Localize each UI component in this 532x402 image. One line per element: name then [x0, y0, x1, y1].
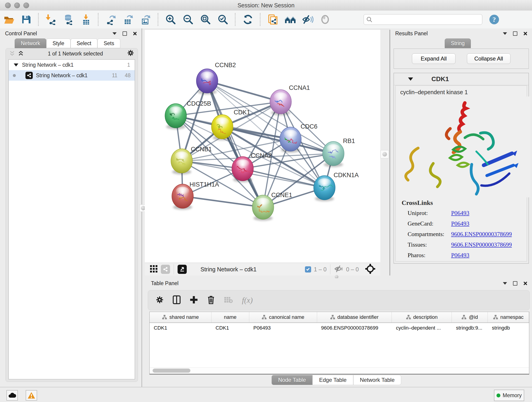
column-header--id[interactable]: @id: [452, 312, 488, 322]
table-cell[interactable]: cyclin–dependent ...: [392, 325, 452, 331]
right-splitter[interactable]: [380, 30, 390, 275]
gear-icon[interactable]: [127, 50, 134, 58]
panel-float-icon[interactable]: [123, 32, 127, 36]
eye-slash-icon: [302, 14, 313, 25]
table-cell[interactable]: P06493: [249, 325, 317, 331]
node-label-CCNB2: CCNB2: [215, 62, 236, 69]
network-node-CDC6[interactable]: [280, 127, 301, 153]
cloud-status-button[interactable]: [6, 390, 18, 401]
collapse-all-icon[interactable]: [9, 51, 15, 57]
network-node-CCNE1[interactable]: [252, 195, 274, 221]
birdseye-grid-icon[interactable]: [150, 265, 158, 274]
panel-float-icon[interactable]: [513, 32, 517, 36]
network-node-RB1[interactable]: [323, 141, 344, 167]
column-header-canonical-name[interactable]: canonical name: [249, 312, 317, 322]
right-splitter-grip[interactable]: [380, 150, 389, 158]
save-session-button[interactable]: [17, 12, 35, 27]
help-button[interactable]: ?: [486, 12, 503, 27]
export-table-button[interactable]: [120, 12, 137, 27]
window-title: Session: New Session: [0, 2, 532, 9]
uniprot-link[interactable]: P06493: [451, 210, 469, 216]
delete-column-trash-icon[interactable]: [207, 295, 215, 305]
table-cell[interactable]: CDK1: [211, 325, 249, 331]
panel-close-icon[interactable]: [523, 281, 527, 285]
tab-edge-table[interactable]: Edge Table: [312, 375, 353, 385]
tab-string[interactable]: String: [445, 38, 471, 48]
column-header-name[interactable]: name: [211, 312, 249, 322]
table-cell[interactable]: stringdb:9...: [452, 325, 488, 331]
share-document-button[interactable]: [264, 12, 282, 27]
search-input[interactable]: [373, 16, 480, 23]
column-header-database-identifier[interactable]: database identifier: [317, 312, 392, 322]
network-node-CCNB1[interactable]: [171, 149, 192, 174]
open-session-button[interactable]: [0, 12, 17, 27]
table-row[interactable]: CDK1CDK1P064939606.ENSP00000378699cyclin…: [150, 323, 529, 333]
tab-network[interactable]: Network: [15, 38, 46, 48]
import-table-button[interactable]: [77, 12, 95, 27]
table-cell[interactable]: CDK1: [150, 325, 211, 331]
open-in-new-window-icon[interactable]: [177, 265, 187, 274]
tree-expander-icon[interactable]: [14, 64, 18, 66]
tab-sets[interactable]: Sets: [97, 38, 120, 48]
genecard-link[interactable]: P06493: [451, 220, 469, 227]
table-horizontal-scrollbar[interactable]: [150, 367, 529, 374]
table-settings-gear-icon[interactable]: [156, 296, 164, 305]
compartments-link[interactable]: 9606.ENSP00000378699: [451, 231, 512, 237]
refresh-button[interactable]: [239, 12, 257, 27]
table-cell[interactable]: stringdb: [488, 325, 529, 331]
zoom-out-button[interactable]: [179, 12, 197, 27]
tab-node-table[interactable]: Node Table: [272, 375, 312, 385]
zoom-fit-button[interactable]: [197, 12, 214, 27]
table-cell[interactable]: 9606.ENSP00000378699: [317, 325, 392, 331]
left-splitter[interactable]: [142, 30, 145, 275]
network-edge-ccna2-cdkn1a[interactable]: [243, 169, 324, 188]
network-node-CDKN1A[interactable]: [314, 176, 335, 201]
panel-menu-icon[interactable]: [503, 32, 507, 35]
network-node-CDK1[interactable]: [211, 115, 233, 140]
tab-network-table[interactable]: Network Table: [353, 375, 401, 385]
hidden-eye-icon[interactable]: [334, 265, 343, 274]
scrollbar-thumb[interactable]: [152, 369, 190, 373]
network-edge-hist1h1a-ccne1[interactable]: [183, 196, 263, 207]
selected-checkbox-icon[interactable]: [305, 266, 311, 273]
tab-style[interactable]: Style: [46, 38, 70, 48]
column-header-description[interactable]: description: [392, 312, 452, 322]
network-node-CCNA2[interactable]: [232, 157, 253, 182]
show-column-icon[interactable]: [173, 295, 181, 305]
crosshair-icon[interactable]: [365, 263, 376, 275]
import-network-file-button[interactable]: [42, 12, 60, 27]
section-collapse-icon[interactable]: [408, 77, 413, 81]
network-node-CDC25B[interactable]: [165, 104, 186, 129]
network-share-icon[interactable]: [161, 265, 170, 274]
collapse-all-button[interactable]: Collapse All: [467, 53, 510, 64]
cdk1-section-header[interactable]: CDK1: [394, 73, 529, 85]
panel-float-icon[interactable]: [513, 281, 517, 286]
panel-menu-icon[interactable]: [113, 32, 117, 35]
zoom-selected-button[interactable]: [214, 12, 232, 27]
pharos-link[interactable]: P06493: [451, 252, 469, 259]
panel-close-icon[interactable]: [133, 32, 137, 35]
memory-button[interactable]: Memory: [494, 390, 524, 401]
warning-status-button[interactable]: [26, 390, 37, 401]
tab-select[interactable]: Select: [70, 38, 98, 48]
show-all-button[interactable]: [317, 12, 334, 27]
homes-button[interactable]: [282, 12, 299, 27]
network-collection-row[interactable]: String Network – cdk1 1: [9, 60, 135, 70]
network-node-CCNB2[interactable]: [196, 69, 218, 95]
network-row-selected[interactable]: String Network – cdk1 11 48: [9, 70, 135, 81]
export-image-button[interactable]: [137, 12, 154, 27]
tissues-link[interactable]: 9606.ENSP00000378699: [451, 241, 512, 248]
column-header-namespac[interactable]: namespac: [488, 312, 529, 322]
import-network-database-button[interactable]: [60, 12, 77, 27]
expand-all-button[interactable]: Expand All: [412, 53, 456, 64]
export-network-button[interactable]: [102, 12, 120, 27]
expand-all-icon[interactable]: [18, 51, 24, 57]
network-canvas[interactable]: CCNB2CCNA1CDC25BCDK1CDC6RB1CCNB1CCNA2CDK…: [145, 30, 380, 263]
panel-menu-icon[interactable]: [503, 282, 507, 285]
zoom-in-button[interactable]: [162, 12, 179, 27]
column-header-shared-name[interactable]: shared name: [150, 312, 211, 322]
hide-selected-button[interactable]: [299, 12, 317, 27]
add-column-icon[interactable]: [190, 296, 198, 305]
network-node-CCNA1[interactable]: [270, 89, 291, 115]
panel-close-icon[interactable]: [523, 32, 527, 35]
